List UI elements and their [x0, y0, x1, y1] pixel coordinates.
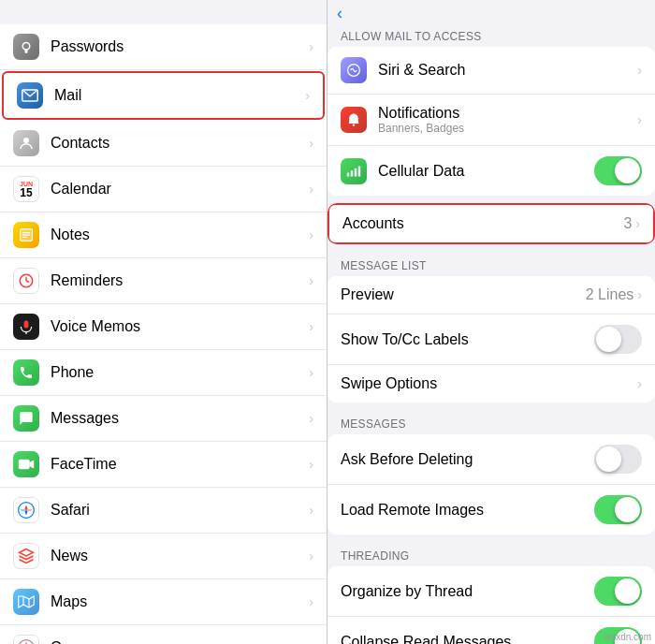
- siri-title: Siri & Search: [378, 62, 637, 79]
- safari-chevron-icon: ›: [309, 503, 313, 518]
- siri-text: Siri & Search: [378, 62, 637, 79]
- right-item-load-remote-images[interactable]: Load Remote Images: [328, 485, 655, 534]
- maps-icon: [13, 589, 39, 615]
- settings-item-contacts[interactable]: Contacts›: [0, 121, 327, 167]
- safari-label: Safari: [51, 502, 309, 519]
- svg-rect-37: [347, 172, 349, 176]
- watermark: wsxdn.com: [604, 632, 651, 642]
- show-tocc-toggle-knob: [596, 327, 621, 352]
- ask-before-deleting-toggle[interactable]: [594, 445, 642, 474]
- settings-item-phone[interactable]: Phone›: [0, 350, 327, 396]
- ask-before-deleting-text: Ask Before Deleting: [341, 451, 594, 468]
- voicememos-label: Voice Memos: [51, 318, 309, 335]
- svg-marker-14: [30, 461, 35, 469]
- right-item-preview[interactable]: Preview2 Lines›: [328, 276, 655, 315]
- preview-chevron-icon: ›: [637, 287, 642, 302]
- ask-before-deleting-toggle-knob: [596, 446, 621, 472]
- cellular-toggle[interactable]: [594, 156, 642, 185]
- svg-line-10: [26, 281, 29, 283]
- messages-icon: [13, 405, 39, 432]
- settings-item-passwords[interactable]: Passwords›: [0, 24, 327, 70]
- preview-value: 2 Lines: [586, 286, 634, 303]
- right-item-swipe-options[interactable]: Swipe Options›: [328, 365, 655, 402]
- siri-chevron-icon: ›: [637, 63, 642, 78]
- svg-marker-20: [19, 596, 35, 607]
- settings-item-notes[interactable]: Notes›: [0, 212, 327, 258]
- right-item-show-tocc[interactable]: Show To/Cc Labels: [328, 315, 655, 365]
- right-item-accounts[interactable]: Accounts3›: [328, 203, 655, 244]
- load-remote-images-text: Load Remote Images: [341, 502, 594, 519]
- mail-label: Mail: [54, 87, 305, 104]
- organize-by-thread-toggle-knob: [615, 578, 640, 604]
- notifications-text: NotificationsBanners, Badges: [378, 105, 637, 135]
- settings-item-mail[interactable]: Mail›: [2, 71, 325, 120]
- voicememos-chevron-icon: ›: [309, 319, 313, 334]
- right-section-0: Siri & Search› NotificationsBanners, Bad…: [328, 47, 655, 196]
- reminders-label: Reminders: [51, 272, 309, 289]
- siri-icon: [341, 57, 367, 83]
- organize-by-thread-text: Organize by Thread: [341, 583, 594, 600]
- svg-rect-11: [24, 321, 29, 329]
- cellular-title: Cellular Data: [378, 163, 594, 180]
- phone-chevron-icon: ›: [309, 365, 313, 380]
- cellular-toggle-knob: [615, 158, 640, 183]
- right-item-organize-by-thread[interactable]: Organize by Thread: [328, 566, 655, 617]
- show-tocc-title: Show To/Cc Labels: [341, 331, 594, 348]
- preview-text: Preview: [341, 286, 586, 303]
- back-button[interactable]: ‹: [337, 4, 344, 23]
- maps-label: Maps: [51, 593, 309, 610]
- mail-icon: [17, 82, 43, 109]
- settings-item-messages[interactable]: Messages›: [0, 396, 327, 442]
- right-item-siri[interactable]: Siri & Search›: [328, 47, 655, 95]
- section-label-2: MESSAGE LIST: [328, 252, 655, 276]
- contacts-icon: [13, 130, 39, 156]
- settings-item-safari[interactable]: Safari›: [0, 488, 327, 534]
- svg-rect-1: [25, 49, 28, 53]
- preview-title: Preview: [341, 286, 586, 303]
- accounts-value: 3: [623, 215, 632, 232]
- notes-chevron-icon: ›: [309, 227, 313, 242]
- cellular-icon: [341, 158, 367, 184]
- messages-label: Messages: [51, 410, 309, 427]
- passwords-icon: [13, 34, 39, 60]
- section-label-0: ALLOW MAIL TO ACCESS: [328, 22, 655, 47]
- right-section-2: Preview2 Lines›Show To/Cc LabelsSwipe Op…: [328, 276, 655, 402]
- accounts-chevron-icon: ›: [635, 216, 640, 231]
- section-label-4: THREADING: [328, 542, 655, 566]
- load-remote-images-title: Load Remote Images: [341, 502, 594, 519]
- right-item-notifications[interactable]: NotificationsBanners, Badges›: [328, 95, 655, 146]
- show-tocc-toggle[interactable]: [594, 325, 642, 354]
- settings-item-compass[interactable]: Compass›: [0, 625, 327, 644]
- svg-rect-38: [351, 170, 353, 176]
- settings-item-voicememos[interactable]: Voice Memos›: [0, 304, 327, 350]
- settings-item-news[interactable]: News›: [0, 534, 327, 579]
- compass-chevron-icon: ›: [309, 640, 313, 644]
- svg-rect-40: [358, 166, 360, 176]
- right-item-cellular[interactable]: Cellular Data: [328, 146, 655, 196]
- settings-item-facetime[interactable]: FaceTime›: [0, 442, 327, 488]
- settings-item-maps[interactable]: Maps›: [0, 579, 327, 625]
- notifications-icon: [341, 107, 367, 133]
- back-chevron-icon: ‹: [337, 4, 342, 23]
- maps-chevron-icon: ›: [309, 594, 313, 609]
- settings-item-calendar[interactable]: JUN15Calendar›: [0, 167, 327, 212]
- settings-item-reminders[interactable]: Reminders›: [0, 258, 327, 304]
- swipe-options-text: Swipe Options: [341, 375, 637, 392]
- phone-icon: [13, 359, 39, 386]
- passwords-label: Passwords: [51, 38, 309, 55]
- compass-label: Compass: [51, 639, 309, 644]
- contacts-label: Contacts: [51, 135, 309, 152]
- notes-label: Notes: [51, 227, 309, 243]
- voicememos-icon: [13, 314, 39, 340]
- ask-before-deleting-title: Ask Before Deleting: [341, 451, 594, 468]
- load-remote-images-toggle[interactable]: [594, 495, 642, 524]
- reminders-chevron-icon: ›: [309, 273, 313, 288]
- right-section-3: Ask Before DeletingLoad Remote Images: [328, 434, 655, 534]
- collapse-read-title: Collapse Read Messages: [341, 634, 594, 645]
- right-item-ask-before-deleting[interactable]: Ask Before Deleting: [328, 434, 655, 485]
- organize-by-thread-toggle[interactable]: [594, 577, 642, 606]
- news-label: News: [51, 548, 309, 564]
- news-chevron-icon: ›: [309, 549, 313, 564]
- notes-icon: [13, 222, 39, 248]
- svg-rect-39: [355, 168, 357, 176]
